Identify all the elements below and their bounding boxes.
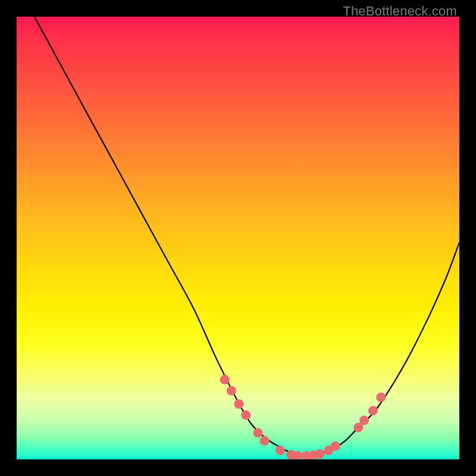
watermark-text: TheBottleneck.com [343, 4, 457, 19]
data-marker [275, 446, 285, 455]
curve-group [35, 17, 459, 456]
left-curve [35, 17, 305, 456]
chart-frame: TheBottleneck.com [0, 0, 476, 476]
data-marker [331, 441, 340, 451]
data-marker [359, 416, 369, 425]
plot-area [17, 17, 459, 459]
data-marker [241, 411, 250, 420]
data-marker [234, 399, 244, 409]
chart-svg [17, 17, 459, 459]
data-marker [315, 449, 325, 459]
data-marker [253, 428, 263, 437]
data-marker [227, 386, 236, 396]
marker-group [220, 375, 386, 459]
data-marker [260, 436, 270, 446]
data-marker [376, 393, 386, 402]
right-curve [305, 242, 459, 456]
data-marker [368, 406, 378, 415]
data-marker [220, 375, 230, 384]
